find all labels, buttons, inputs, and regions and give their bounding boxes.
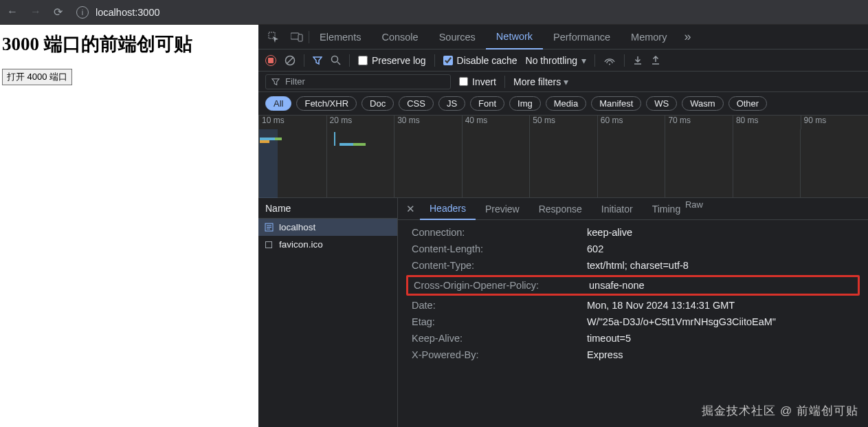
request-detail: ✕ HeadersPreviewResponseInitiatorTiming … <box>398 198 868 427</box>
detail-tab-preview[interactable]: Preview <box>476 198 529 220</box>
detail-tab-timing[interactable]: Timing <box>643 198 691 220</box>
chip-css[interactable]: CSS <box>399 96 434 111</box>
request-list: Name localhostfavicon.ico <box>258 198 398 427</box>
type-filter-chips: AllFetch/XHRDocCSSJSFontImgMediaManifest… <box>258 92 868 116</box>
clear-button[interactable] <box>285 55 296 66</box>
svg-point-7 <box>609 63 610 65</box>
filter-input[interactable]: Filter <box>265 74 451 89</box>
detail-tab-headers[interactable]: Headers <box>420 198 476 220</box>
tabs-overflow-icon[interactable]: » <box>677 30 698 44</box>
url-text: localhost:3000 <box>96 7 160 18</box>
header-value: 602 <box>587 243 854 254</box>
tab-elements[interactable]: Elements <box>309 25 371 50</box>
filter-toggle-icon[interactable] <box>313 56 322 65</box>
request-list-header[interactable]: Name <box>258 198 397 219</box>
header-key: Content-Length: <box>412 243 587 254</box>
request-row[interactable]: favicon.ico <box>258 236 397 253</box>
chip-doc[interactable]: Doc <box>361 96 394 111</box>
tab-console[interactable]: Console <box>371 25 428 50</box>
header-key: X-Powered-By: <box>412 349 587 360</box>
chip-other[interactable]: Other <box>728 96 768 111</box>
search-icon[interactable] <box>331 55 341 65</box>
chip-all[interactable]: All <box>265 96 291 111</box>
header-value: Mon, 18 Nov 2024 13:14:31 GMT <box>587 300 854 311</box>
filter-bar: Filter Invert More filters▾ <box>258 72 868 92</box>
header-key: Cross-Origin-Opener-Policy: <box>414 280 589 291</box>
request-name: localhost <box>279 222 315 232</box>
detail-tabs: ✕ HeadersPreviewResponseInitiatorTiming <box>398 198 868 220</box>
open-port-button[interactable]: 打开 4000 端口 <box>2 69 72 85</box>
header-key: Keep-Alive: <box>412 333 587 344</box>
reload-icon[interactable]: ⟳ <box>54 6 63 19</box>
browser-navbar: ← → ⟳ i localhost:3000 <box>0 0 868 25</box>
svg-rect-1 <box>291 33 299 39</box>
header-value: unsafe-none <box>589 280 852 291</box>
invert-checkbox[interactable]: Invert <box>459 76 496 87</box>
disable-cache-checkbox[interactable]: Disable cache <box>443 55 518 66</box>
export-har-icon[interactable] <box>651 56 660 65</box>
header-key: Connection: <box>412 227 587 238</box>
headers-body: Connection:keep-aliveContent-Length:602C… <box>398 220 868 427</box>
chip-manifest[interactable]: Manifest <box>591 96 641 111</box>
throttling-select[interactable]: No throttling▾ <box>526 55 586 66</box>
devtools-panel: ElementsConsoleSourcesNetworkPerformance… <box>258 25 868 427</box>
request-row[interactable]: localhost <box>258 219 397 236</box>
detail-tab-initiator[interactable]: Initiator <box>592 198 643 220</box>
file-icon <box>264 240 274 250</box>
preserve-log-checkbox[interactable]: Preserve log <box>358 55 426 66</box>
header-key: Etag: <box>412 316 587 327</box>
chip-ws[interactable]: WS <box>646 96 677 111</box>
header-value: timeout=5 <box>587 333 854 344</box>
network-conditions-icon[interactable] <box>603 56 616 65</box>
svg-rect-2 <box>298 34 302 41</box>
chip-js[interactable]: JS <box>438 96 465 111</box>
chip-font[interactable]: Font <box>470 96 504 111</box>
chip-img[interactable]: Img <box>509 96 541 111</box>
chip-wasm[interactable]: Wasm <box>682 96 723 111</box>
svg-line-4 <box>287 57 293 63</box>
detail-tab-response[interactable]: Response <box>529 198 592 220</box>
tab-network[interactable]: Network <box>486 25 543 50</box>
header-value: keep-alive <box>587 227 854 238</box>
close-detail-icon[interactable]: ✕ <box>401 203 420 215</box>
document-icon <box>264 223 274 232</box>
header-value: W/"25a-D3J/o+C5t1VmrNHsgG3CiitoEaM" <box>587 316 854 327</box>
tab-performance[interactable]: Performance <box>543 25 621 50</box>
more-filters-dropdown[interactable]: More filters▾ <box>513 76 568 87</box>
device-toggle-icon[interactable] <box>285 32 309 42</box>
timeline[interactable]: 10 ms20 ms30 ms40 ms50 ms60 ms70 ms80 ms… <box>258 116 868 198</box>
tab-sources[interactable]: Sources <box>429 25 486 50</box>
chip-media[interactable]: Media <box>546 96 586 111</box>
network-toolbar: Preserve log Disable cache No throttling… <box>258 50 868 72</box>
devtools-tabs: ElementsConsoleSourcesNetworkPerformance… <box>258 25 868 50</box>
header-value: text/html; charset=utf-8 <box>587 260 854 271</box>
request-name: favicon.ico <box>279 239 323 250</box>
back-icon[interactable]: ← <box>7 6 18 19</box>
inspect-icon[interactable] <box>262 32 285 43</box>
site-info-icon[interactable]: i <box>76 6 89 19</box>
chip-fetch-xhr[interactable]: Fetch/XHR <box>296 96 357 111</box>
page-heading: 3000 端口的前端创可贴 <box>2 32 256 56</box>
forward-icon: → <box>30 6 41 19</box>
header-key: Content-Type: <box>412 260 587 271</box>
svg-line-6 <box>337 62 340 65</box>
record-button[interactable] <box>265 55 276 66</box>
raw-toggle[interactable]: Raw <box>685 199 703 210</box>
svg-rect-14 <box>266 241 272 248</box>
url-box[interactable]: i localhost:3000 <box>76 6 160 19</box>
tab-memory[interactable]: Memory <box>621 25 677 50</box>
svg-point-5 <box>332 56 338 63</box>
page-content: 3000 端口的前端创可贴 打开 4000 端口 <box>0 25 258 427</box>
highlighted-header: Cross-Origin-Opener-Policy:unsafe-none <box>406 275 860 296</box>
nav-arrows: ← → ⟳ <box>7 6 63 19</box>
header-key: Date: <box>412 300 587 311</box>
import-har-icon[interactable] <box>633 56 643 65</box>
header-value: Express <box>587 349 854 360</box>
